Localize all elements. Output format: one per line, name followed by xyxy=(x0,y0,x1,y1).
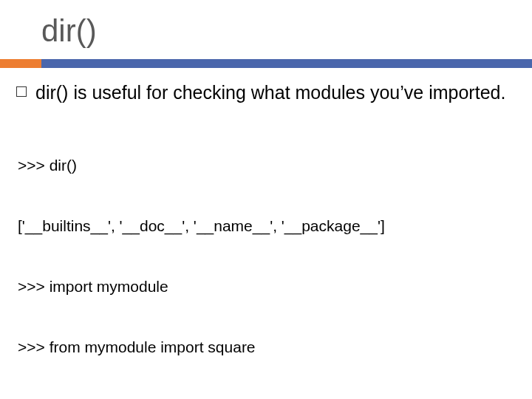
code-line: ['__builtins__', '__doc__', '__name__', … xyxy=(18,216,516,236)
code-block: >>> dir() ['__builtins__', '__doc__', '_… xyxy=(16,115,516,399)
slide: dir() dir() is useful for checking what … xyxy=(0,0,532,399)
code-line: >>> import mymodule xyxy=(18,276,516,296)
page-title: dir() xyxy=(41,13,532,49)
bullet-row: dir() is useful for checking what module… xyxy=(16,81,516,104)
slide-body: dir() is useful for checking what module… xyxy=(0,68,532,399)
underline-accent-blue xyxy=(41,59,532,68)
title-block: dir() xyxy=(0,0,532,55)
code-line: >>> from mymodule import square xyxy=(18,337,516,357)
bullet-text: dir() is useful for checking what module… xyxy=(35,81,505,104)
title-underline xyxy=(0,59,532,68)
underline-accent-orange xyxy=(0,59,41,68)
code-line: >>> dir() xyxy=(18,155,516,175)
square-bullet-icon xyxy=(16,86,27,97)
